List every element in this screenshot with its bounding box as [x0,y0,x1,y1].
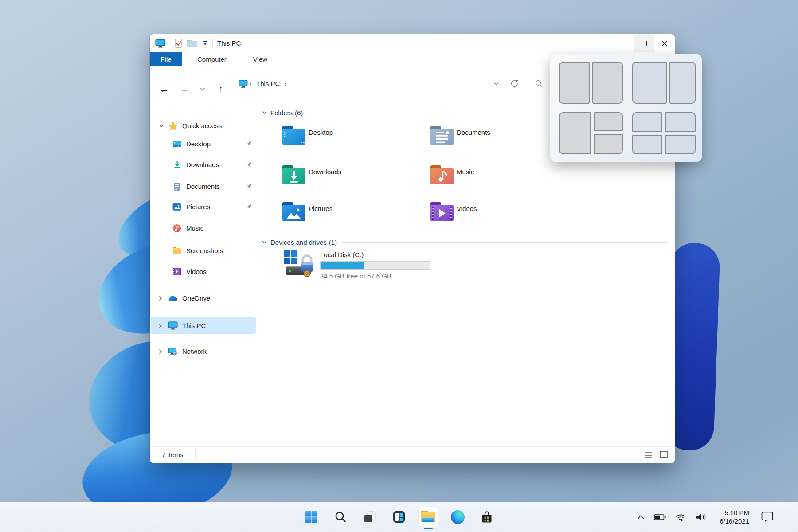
folder-tile-music[interactable]: Music [426,161,573,192]
snap-option-two-columns[interactable] [559,62,623,104]
snap-zone[interactable] [559,112,591,154]
chevron-down-icon[interactable] [262,111,267,114]
wifi-status[interactable] [675,513,686,521]
sidebar-item-label: Videos [186,268,207,275]
screen: This PC File Computer View ← → [0,0,798,532]
titlebar[interactable]: This PC [150,34,675,52]
windows-start-icon [305,510,318,524]
hard-drive-bitlocker-icon [284,250,316,278]
sidebar-item-downloads[interactable]: Downloads [151,156,256,173]
downloads-folder-icon [282,165,306,185]
snap-zone[interactable] [665,112,696,132]
details-view-button[interactable] [645,450,653,458]
sidebar-item-quick-access[interactable]: Quick access [151,117,256,134]
sidebar-item-label: Quick access [182,122,222,129]
thumbnail-view-button[interactable] [659,450,668,458]
snap-zone[interactable] [592,62,623,104]
tray-date: 6/16/2021 [720,517,749,525]
sidebar-item-label: This PC [182,322,206,329]
chevron-right-icon[interactable] [159,296,165,301]
back-button[interactable]: ← [157,82,171,96]
minimize-button[interactable] [614,34,634,52]
group-divider [342,242,668,243]
folder-tile-videos[interactable]: Videos [426,198,573,229]
sidebar-item-pictures[interactable]: Pictures [151,199,256,215]
refresh-icon[interactable] [510,79,519,88]
store-button[interactable] [477,507,497,527]
pin-icon [246,183,252,190]
forward-button[interactable]: → [177,82,192,96]
sidebar-item-screenshots[interactable]: Screenshots [151,243,256,259]
sidebar-item-desktop[interactable]: Desktop [151,136,256,152]
widgets-button[interactable] [389,507,409,527]
up-button[interactable]: ↑ [214,82,228,96]
chevron-right-icon[interactable] [159,323,165,329]
edge-button[interactable] [448,507,467,527]
sidebar-item-documents[interactable]: Documents [151,178,256,195]
sidebar-item-videos[interactable]: Videos [151,263,256,280]
battery-status[interactable] [654,514,666,520]
maximize-icon [642,41,647,46]
breadcrumb-chevron-icon[interactable]: › [284,80,286,87]
active-app-indicator [424,528,433,529]
tray-time: 5:10 PM [720,509,749,517]
sidebar-item-label: Music [186,224,203,232]
group-header-devices[interactable]: Devices and drives (1) [262,237,668,247]
snap-zone[interactable] [665,135,696,155]
folder-tile-downloads[interactable]: Downloads [278,161,425,192]
address-bar[interactable]: › This PC › [233,72,524,95]
menu-tab-view[interactable]: View [244,52,277,66]
sidebar-item-this-pc[interactable]: This PC [151,317,256,334]
snap-zone[interactable] [632,62,667,104]
folder-tile-pictures[interactable]: Pictures [278,198,425,229]
snap-option-wide-left[interactable] [632,62,696,104]
task-view-button[interactable] [360,507,379,527]
maximize-button[interactable] [634,34,654,52]
chevron-down-icon[interactable] [159,124,165,128]
videos-icon [172,267,182,276]
pin-icon [246,161,252,168]
desktop-icon [172,140,182,148]
snap-zone[interactable] [594,134,622,154]
chevron-right-icon[interactable] [159,349,165,354]
sidebar-item-music[interactable]: Music [151,220,256,236]
titlebar-separator [212,39,213,47]
qat-properties-icon[interactable] [175,39,182,48]
close-button[interactable] [654,34,675,52]
chevron-down-icon[interactable] [262,240,267,244]
sidebar-item-onedrive[interactable]: OneDrive [151,290,256,306]
speaker-icon [696,513,708,521]
file-explorer-button[interactable] [419,507,438,527]
snap-option-quad[interactable] [632,112,696,154]
menu-tab-computer[interactable]: Computer [188,52,236,66]
snap-zone[interactable] [594,112,622,131]
clock[interactable]: 5:10 PM 6/16/2021 [720,509,749,525]
folder-tile-desktop[interactable]: Desktop [278,122,425,153]
battery-icon [654,514,666,520]
search-button[interactable] [331,507,350,527]
breadcrumb-root[interactable]: This PC [256,80,280,87]
volume-status[interactable] [696,513,708,521]
group-count: (6) [295,109,303,117]
snap-zone[interactable] [632,135,663,155]
snap-zone[interactable] [632,112,663,132]
group-label: Devices and drives [270,239,327,246]
address-dropdown-icon[interactable] [493,82,499,86]
qat-dropdown-icon[interactable] [202,41,208,46]
notification-center-button[interactable] [761,512,773,522]
qat-new-folder-icon[interactable] [187,39,198,47]
drive-tile-local-disk-c[interactable]: Local Disk (C:) 34.5 GB free of 57.6 GB [278,247,469,288]
menu-tab-file[interactable]: File [150,52,182,66]
drive-name: Local Disk (C:) [320,251,364,258]
snap-option-left-plus-stacked[interactable] [559,112,623,154]
sidebar-item-network[interactable]: Network [151,343,256,360]
recent-locations-button[interactable] [196,82,210,96]
start-button[interactable] [301,507,321,527]
item-label: Pictures [309,205,332,212]
music-folder-icon [430,165,454,185]
tray-overflow-button[interactable] [637,515,645,520]
item-label: Music [457,168,474,176]
snap-zone[interactable] [559,62,590,104]
this-pc-icon [168,321,178,330]
snap-zone[interactable] [669,62,696,104]
